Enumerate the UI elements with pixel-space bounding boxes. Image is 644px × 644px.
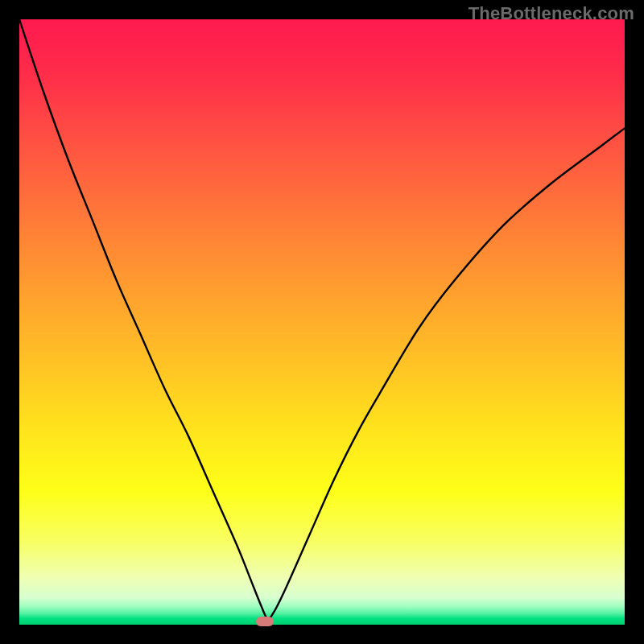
watermark-text: TheBottleneck.com (469, 3, 634, 24)
optimal-point-marker (256, 617, 274, 626)
bottleneck-curve (19, 19, 625, 625)
plot-area (19, 19, 625, 625)
chart-frame: TheBottleneck.com (0, 0, 644, 644)
